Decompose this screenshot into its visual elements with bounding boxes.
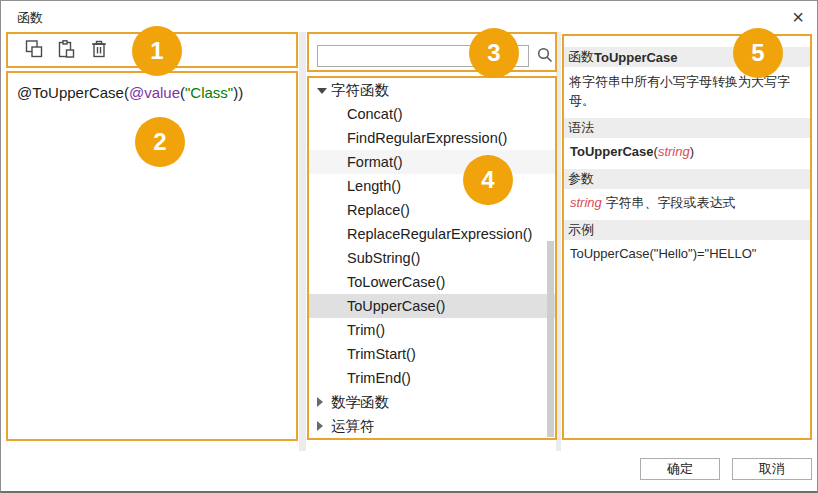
syntax-line: ToUpperCase(string) (564, 138, 810, 169)
tree-item-label: Concat() (347, 106, 403, 122)
splitter-left[interactable] (299, 32, 306, 451)
paste-button[interactable] (53, 37, 79, 63)
help-description: 将字符串中所有小写字母转换为大写字母。 (564, 67, 810, 118)
annotation-badge-1: 1 (132, 26, 182, 76)
code-segment: @value (129, 84, 180, 101)
expression-text: @ToUpperCase(@value("Class")) (17, 84, 243, 101)
tree-item-label: ToUpperCase() (347, 298, 445, 314)
tree-item-length[interactable]: Length() (309, 174, 555, 198)
chevron-collapsed-icon[interactable] (317, 421, 323, 431)
tree-item-运算符[interactable]: 运算符 (309, 414, 555, 438)
tree-item-label: Length() (347, 178, 401, 194)
params-section-header: 参数 (564, 169, 810, 189)
tree-item-label: ToLowerCase() (347, 274, 445, 290)
tree-item-字符函数[interactable]: 字符函数 (309, 78, 555, 102)
tree-item-label: Format() (347, 154, 403, 170)
example-section-header: 示例 (564, 220, 810, 240)
tree-item-label: 数学函数 (331, 393, 389, 412)
tree-item-concat[interactable]: Concat() (309, 102, 555, 126)
tree-item-trim[interactable]: Trim() (309, 318, 555, 342)
chevron-collapsed-icon[interactable] (317, 397, 323, 407)
code-segment: @ToUpperCase( (17, 84, 129, 101)
function-help-panel: 函数 ToUpperCase 将字符串中所有小写字母转换为大写字母。 语法 To… (562, 34, 812, 440)
dialog-title: 函数 (17, 9, 43, 27)
close-icon[interactable]: × (784, 5, 812, 29)
tree-item-label: 运算符 (331, 417, 375, 436)
tree-item-label: FindRegularExpression() (347, 130, 507, 146)
ok-button[interactable]: 确定 (640, 458, 720, 480)
tree-item-label: ReplaceRegularExpression() (347, 226, 532, 242)
help-title-prefix: 函数 (568, 48, 594, 66)
delete-button[interactable] (86, 37, 112, 63)
tree-item-label: Replace() (347, 202, 410, 218)
tree-item-label: 字符函数 (331, 81, 389, 100)
chevron-expanded-icon[interactable] (317, 88, 327, 94)
annotation-badge-4: 4 (463, 155, 513, 205)
example-line: ToUpperCase("Hello")="HELLO" (564, 240, 810, 271)
help-function-name: ToUpperCase (594, 50, 678, 65)
search-button[interactable] (535, 45, 555, 67)
function-dialog: 函数 × (0, 0, 818, 493)
tree-item-format[interactable]: Format() (309, 150, 555, 174)
code-segment: "Class" (185, 84, 233, 101)
tree-item-replace[interactable]: Replace() (309, 198, 555, 222)
search-panel (307, 32, 557, 72)
cancel-button[interactable]: 取消 (732, 458, 812, 480)
trash-icon (88, 38, 110, 63)
tree-scrollbar-thumb[interactable] (547, 241, 554, 437)
annotation-badge-2: 2 (135, 117, 185, 167)
tree-item-label: SubString() (347, 250, 420, 266)
copy-icon (23, 38, 45, 63)
copy-button[interactable] (21, 37, 47, 63)
tree-item-findregularexpression[interactable]: FindRegularExpression() (309, 126, 555, 150)
tree-item-label: TrimEnd() (347, 370, 411, 386)
tree-item-trimend[interactable]: TrimEnd() (309, 366, 555, 390)
tree-item-touppercase[interactable]: ToUpperCase() (309, 294, 555, 318)
syntax-section-header: 语法 (564, 118, 810, 138)
tree-item-tolowercase[interactable]: ToLowerCase() (309, 270, 555, 294)
paste-icon (55, 38, 77, 63)
tree-item-trimstart[interactable]: TrimStart() (309, 342, 555, 366)
annotation-badge-5: 5 (733, 28, 783, 78)
tree-item-label: Trim() (347, 322, 385, 338)
tree-item-substring[interactable]: SubString() (309, 246, 555, 270)
search-icon (536, 46, 554, 67)
tree-item-数学函数[interactable]: 数学函数 (309, 390, 555, 414)
code-segment: )) (233, 84, 243, 101)
param-line: string 字符串、字段或表达式 (564, 189, 810, 220)
tree-item-label: TrimStart() (347, 346, 416, 362)
annotation-badge-3: 3 (469, 28, 519, 78)
tree-item-replaceregularexpression[interactable]: ReplaceRegularExpression() (309, 222, 555, 246)
function-tree: 字符函数Concat()FindRegularExpression()Forma… (307, 76, 557, 440)
